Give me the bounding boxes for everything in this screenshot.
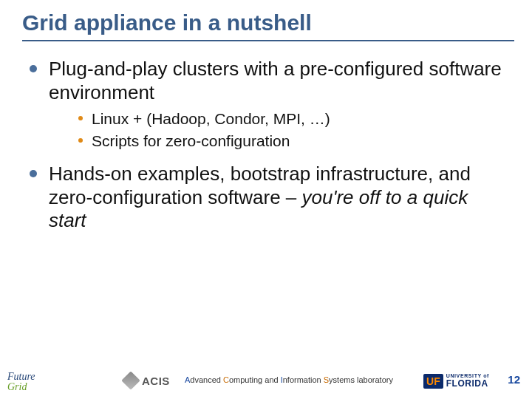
bullet-2: Hands-on examples, bootstrap infrastruct… [30,163,502,233]
bullet-icon [30,170,37,177]
bullet-1-sub: Linux + (Hadoop, Condor, MPI, …) Scripts… [78,109,502,151]
acis-text: ACIS [142,375,170,387]
lab-name: Advanced Computing and Information Syste… [185,375,393,384]
acis-logo: ACIS [124,374,170,387]
uf-logo: UF UNIVERSITY of FLORIDA [423,374,489,389]
sub-bullet-icon [78,116,83,120]
sub-bullet-text: Linux + (Hadoop, Condor, MPI, …) [92,109,330,129]
future-grid-line2: Grid [7,381,27,392]
sub-bullet-text: Scripts for zero-configuration [92,131,290,151]
sub-bullet: Scripts for zero-configuration [78,131,502,151]
slide-body: Plug-and-play clusters with a pre-config… [0,41,532,233]
uf-box: UF [423,374,443,389]
sub-bullet: Linux + (Hadoop, Condor, MPI, …) [78,109,502,129]
page-number: 12 [508,373,520,386]
uf-word: UNIVERSITY of FLORIDA [446,374,489,389]
slide-title: Grid appliance in a nutshell [0,0,532,40]
sub-bullet-icon [78,138,83,143]
bullet-2-text: Hands-on examples, bootstrap infrastruct… [49,163,502,233]
acis-mark-icon [121,371,140,389]
bullet-icon [30,65,37,72]
future-grid-logo: Future Grid [7,372,35,392]
bullet-1: Plug-and-play clusters with a pre-config… [30,58,502,104]
slide-footer: Future Grid ACIS Advanced Computing and … [0,361,532,392]
bullet-1-text: Plug-and-play clusters with a pre-config… [49,58,502,104]
